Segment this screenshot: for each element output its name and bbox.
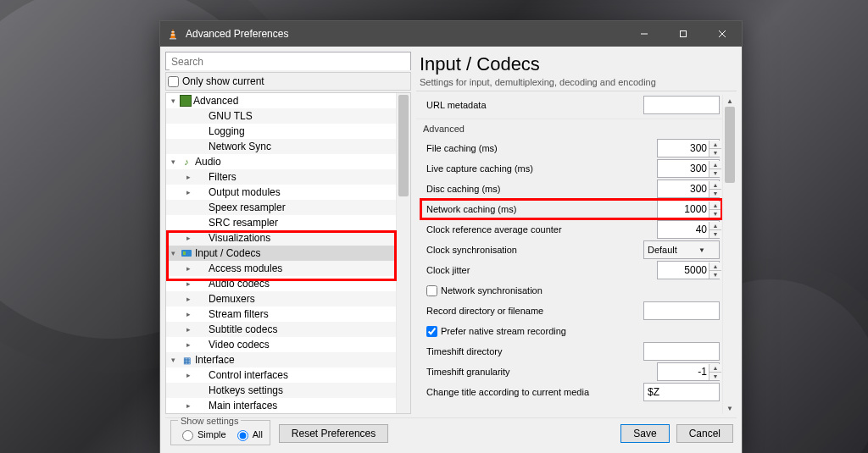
show-settings-label: Show settings <box>178 416 241 426</box>
checkbox-prefer-native[interactable] <box>426 326 437 337</box>
input-network-caching[interactable]: ▲▼ <box>657 200 720 218</box>
input-clock-ref[interactable]: ▲▼ <box>657 220 720 239</box>
music-note-icon: ♪ <box>180 155 193 168</box>
close-button[interactable] <box>703 21 742 47</box>
tree-node[interactable]: ▸Demuxers <box>166 291 397 307</box>
chevron-right-icon[interactable]: ▸ <box>181 340 195 349</box>
chevron-right-icon[interactable]: ▸ <box>181 234 195 242</box>
tree-node[interactable]: ▸Stream filters <box>166 307 397 322</box>
input-url-metadata[interactable] <box>643 96 720 114</box>
row-clock-ref: Clock reference average counter ▲▼ <box>416 219 723 240</box>
tree-node[interactable]: GNU TLS <box>166 108 397 124</box>
tree-node-label: Speex resampler <box>209 202 286 213</box>
input-clock-jitter[interactable]: ▲▼ <box>657 261 720 279</box>
chevron-down-icon[interactable]: ▾ <box>166 249 180 257</box>
scroll-up-icon[interactable]: ▲ <box>723 95 737 107</box>
chevron-right-icon[interactable]: ▸ <box>181 295 195 303</box>
tree-node[interactable]: Network Sync <box>166 139 397 154</box>
tree-node[interactable]: ▸Control interfaces <box>166 367 397 383</box>
tree-node[interactable]: ▾▦Interface <box>166 352 397 367</box>
input-timeshift-gran[interactable]: ▲▼ <box>657 362 720 381</box>
chevron-down-icon[interactable]: ▾ <box>166 157 180 166</box>
row-timeshift-dir: Timeshift directory <box>416 341 723 362</box>
spin-up-icon[interactable]: ▲ <box>709 141 721 148</box>
tree-node[interactable]: ▾Input / Codecs <box>166 246 397 261</box>
row-clock-jitter: Clock jitter ▲▼ <box>416 260 723 280</box>
input-live-caching[interactable]: ▲▼ <box>657 159 720 178</box>
codec-icon <box>180 246 193 260</box>
chevron-right-icon[interactable]: ▸ <box>181 188 195 196</box>
show-settings-group: Show settings Simple All <box>170 416 270 445</box>
tree-node[interactable]: ▸Main interfaces <box>166 398 397 413</box>
row-url-metadata: URL metadata <box>416 95 723 115</box>
tree-node[interactable]: Hotkeys settings <box>166 383 397 398</box>
minimize-button[interactable] <box>625 21 664 47</box>
tree-node[interactable]: SRC resampler <box>166 215 397 230</box>
tree-node-label: Interface <box>195 354 235 366</box>
row-prefer-native[interactable]: Prefer native stream recording <box>416 321 723 341</box>
tree-node-label: Network Sync <box>209 141 271 152</box>
svg-marker-0 <box>170 29 175 38</box>
tree-node[interactable]: Speex resampler <box>166 200 397 215</box>
settings-scrollbar[interactable]: ▲ ▼ <box>722 95 737 414</box>
tree-node-label: Visualizations <box>209 232 270 244</box>
tree-node[interactable]: Logging <box>166 124 397 139</box>
save-button[interactable]: Save <box>620 424 669 443</box>
tree-scrollbar[interactable] <box>396 93 410 413</box>
tree-node-label: Hotkeys settings <box>209 384 283 396</box>
maximize-button[interactable] <box>664 21 703 47</box>
chevron-right-icon[interactable]: ▸ <box>181 401 195 410</box>
tree-node[interactable]: ▸Video codecs <box>166 337 397 352</box>
row-network-sync[interactable]: Network synchronisation <box>416 280 723 301</box>
reset-preferences-button[interactable]: Reset Preferences <box>279 424 388 443</box>
input-timeshift-dir[interactable] <box>643 342 720 361</box>
svg-rect-5 <box>681 31 687 37</box>
combo-clock-sync[interactable]: Default▼ <box>643 240 720 259</box>
chevron-right-icon[interactable]: ▸ <box>181 173 195 181</box>
tree-node[interactable]: ▸Filters <box>166 169 397 185</box>
chevron-down-icon[interactable]: ▾ <box>166 356 180 364</box>
tree-node[interactable]: ▸Access modules <box>166 261 397 276</box>
checkbox-network-sync[interactable] <box>426 285 437 296</box>
cancel-button[interactable]: Cancel <box>676 424 733 443</box>
tree-node-label: Output modules <box>209 186 281 198</box>
tree-node[interactable]: ▸Output modules <box>166 185 397 200</box>
tree-node[interactable]: ▸Subtitle codecs <box>166 322 397 337</box>
tree-node-label: Audio <box>195 156 221 168</box>
only-show-current-label: Only show current <box>182 75 264 87</box>
tree-node-label: Input / Codecs <box>195 247 260 259</box>
tree-node[interactable]: ▸Visualizations <box>166 230 397 246</box>
chevron-right-icon[interactable]: ▸ <box>181 279 195 288</box>
input-change-title[interactable] <box>643 383 720 401</box>
chevron-down-icon[interactable]: ▾ <box>166 97 180 105</box>
only-show-current-input[interactable] <box>168 76 179 87</box>
search-input[interactable] <box>170 53 410 70</box>
tree-scroll-thumb[interactable] <box>398 95 409 196</box>
tree-node[interactable]: ▾♪Audio <box>166 154 397 169</box>
chevron-down-icon: ▼ <box>682 246 719 254</box>
chevron-right-icon[interactable]: ▸ <box>181 325 195 334</box>
tree-node[interactable]: ▾Advanced <box>166 93 397 108</box>
svg-rect-3 <box>171 35 175 36</box>
input-record-dir[interactable] <box>643 301 720 320</box>
radio-all[interactable]: All <box>233 428 263 441</box>
input-file-caching[interactable]: ▲▼ <box>657 139 720 157</box>
spin-down-icon[interactable]: ▼ <box>709 148 721 157</box>
scroll-down-icon[interactable]: ▼ <box>723 402 737 414</box>
window-title: Advanced Preferences <box>186 28 288 40</box>
row-timeshift-gran: Timeshift granularity ▲▼ <box>416 362 723 382</box>
tree-node[interactable]: ▸Audio codecs <box>166 276 397 291</box>
search-field[interactable] <box>165 52 411 70</box>
svg-rect-1 <box>170 38 176 40</box>
label-url-metadata: URL metadata <box>416 100 643 110</box>
chevron-right-icon[interactable]: ▸ <box>181 264 195 273</box>
settings-scroll-thumb[interactable] <box>725 107 735 183</box>
chevron-right-icon[interactable]: ▸ <box>181 310 195 318</box>
tree-node-label: Main interfaces <box>209 400 277 412</box>
chevron-right-icon[interactable]: ▸ <box>181 371 195 379</box>
tree-node-label: Advanced <box>193 95 238 107</box>
only-show-current-checkbox[interactable]: Only show current <box>165 72 411 91</box>
input-disc-caching[interactable]: ▲▼ <box>657 180 720 198</box>
radio-simple[interactable]: Simple <box>178 428 226 441</box>
tree-node-label: Audio codecs <box>209 278 270 290</box>
